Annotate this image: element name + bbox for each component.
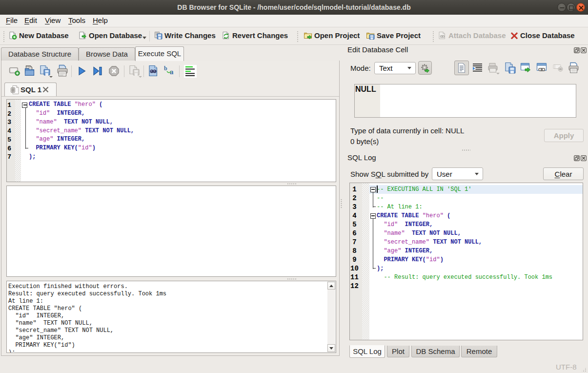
svg-text:b: b <box>164 65 167 72</box>
svg-text:a: a <box>170 68 174 76</box>
